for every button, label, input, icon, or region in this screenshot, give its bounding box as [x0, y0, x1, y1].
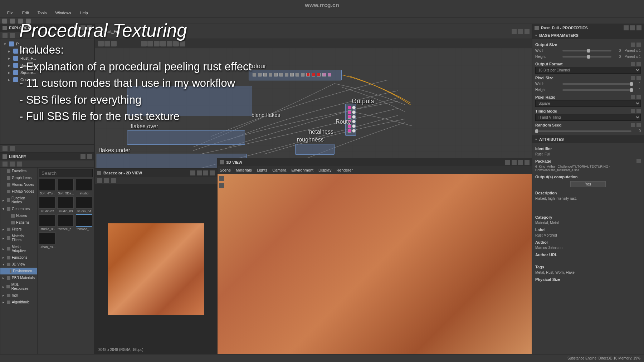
lib-item-environmen-[interactable]: Environmen... [0, 268, 37, 274]
tiling-mode-select[interactable]: H and V Tiling [535, 114, 641, 121]
thumb-studio[interactable] [76, 179, 92, 191]
rotate-icon[interactable] [167, 41, 172, 46]
lib-item-material-filters[interactable]: ▸Material Filters [0, 233, 37, 243]
lock-icon[interactable] [631, 109, 635, 113]
width-slider[interactable] [562, 50, 611, 51]
maximize-icon[interactable] [80, 154, 86, 159]
folder-icon[interactable] [636, 159, 641, 163]
folder-icon[interactable] [18, 19, 23, 24]
tree-item-rust-full[interactable]: ▸ Rust_Full [2, 48, 93, 55]
thumb-urban_ex...[interactable] [39, 232, 55, 244]
lib-item-algorithmic[interactable]: ▸Algorithmic [0, 299, 37, 306]
text-icon[interactable] [111, 41, 117, 46]
yes-button[interactable]: Yes [570, 181, 605, 187]
menu-tools[interactable]: Tools [33, 9, 51, 17]
lib-item--d-view[interactable]: ▾3D View [0, 261, 37, 268]
lib-item-favorites[interactable]: Favorites [0, 168, 37, 174]
maximize-icon[interactable] [630, 25, 635, 30]
tree-item-rust-f[interactable]: ▸ Rust_F... [2, 55, 93, 62]
frame-colour[interactable] [249, 70, 342, 80]
view2d-canvas[interactable]: 2048 x 2048 (RGBA, 16bpc) [95, 184, 217, 354]
lock-icon[interactable] [631, 62, 635, 66]
lib-item-functions[interactable]: ▸Functions [0, 254, 37, 261]
menu-windows[interactable]: Windows [51, 9, 75, 17]
menu3d-renderer[interactable]: Renderer [336, 168, 353, 172]
frame-blend[interactable] [127, 86, 252, 116]
thumb-terrace_n...[interactable] [57, 214, 74, 227]
split-icon[interactable] [197, 170, 202, 175]
lock-icon[interactable] [631, 43, 635, 47]
pin-icon[interactable] [624, 25, 629, 30]
close-icon[interactable] [525, 29, 530, 34]
lib-item-graph-items[interactable]: Graph Items [0, 174, 37, 181]
folder-icon[interactable] [3, 162, 8, 167]
lib-item-mesh-adaptive[interactable]: ▸Mesh Adaptive [0, 243, 37, 254]
refresh-explorer-icon[interactable] [10, 33, 15, 38]
menu3d-scene[interactable]: Scene [220, 168, 231, 172]
attributes-section[interactable]: ▾ ATTRIBUTES [532, 136, 644, 143]
align-icon[interactable] [141, 41, 147, 46]
pencil-icon[interactable] [17, 162, 22, 167]
pixel-ratio-select[interactable]: Square [535, 100, 641, 107]
reset-icon[interactable] [636, 109, 641, 113]
lib-item-mdl-resources[interactable]: ▸MDL Resources [0, 281, 37, 292]
save-icon[interactable] [97, 178, 102, 183]
tree-item-square[interactable]: ▸ Square... [2, 69, 93, 76]
close-icon[interactable] [87, 154, 92, 159]
reset-icon[interactable] [636, 43, 641, 47]
new-icon[interactable] [3, 33, 8, 38]
link-icon[interactable] [147, 41, 153, 46]
menu-edit[interactable]: Edit [18, 9, 33, 17]
pin-icon[interactable] [190, 170, 195, 175]
light-icon[interactable] [219, 183, 224, 188]
menu3d-materials[interactable]: Materials [236, 168, 252, 172]
reset-icon[interactable] [636, 123, 641, 127]
lib-item-fxmap-nodes[interactable]: FxMap Nodes [0, 188, 37, 195]
maximize-icon[interactable] [518, 29, 523, 34]
lib-item-filters[interactable]: ▸Filters [0, 226, 37, 233]
frame-roughness[interactable] [295, 144, 335, 155]
menu-file[interactable]: File [3, 9, 18, 17]
grid-icon[interactable] [180, 41, 185, 46]
maximize-icon[interactable] [518, 160, 523, 165]
lib-item-function-nodes[interactable]: ▸Function Nodes [0, 195, 37, 205]
thumb-Soft_5Da...[interactable] [57, 179, 74, 191]
thumb-tomoco_...[interactable] [76, 214, 92, 227]
crop-icon[interactable] [160, 41, 166, 46]
graph-canvas[interactable]: colour Outputs [95, 48, 532, 168]
info-icon[interactable] [3, 146, 8, 151]
refresh-icon[interactable] [10, 19, 15, 24]
maximize-icon[interactable] [203, 170, 208, 175]
lib-item-atomic-nodes[interactable]: Atomic Nodes [0, 181, 37, 188]
height-slider[interactable] [562, 56, 611, 58]
redo-icon[interactable] [104, 41, 110, 46]
link-icon[interactable] [111, 178, 116, 183]
thumb-studio 02[interactable] [39, 197, 55, 209]
pin-icon[interactable] [505, 160, 510, 165]
copy-icon[interactable] [104, 178, 109, 183]
lock-icon[interactable] [631, 123, 635, 127]
lib-item-noises[interactable]: Noises [0, 212, 37, 219]
menu3d-camera[interactable]: Camera [272, 168, 286, 172]
undo-icon[interactable] [98, 41, 104, 46]
split-icon[interactable] [512, 160, 517, 165]
pin-icon[interactable] [74, 25, 79, 30]
thumb-studio_05[interactable] [39, 214, 55, 227]
lib-item-generators[interactable]: ▾Generators [0, 205, 37, 212]
base-parameters-section[interactable]: ▾ BASE PARAMETERS [532, 32, 644, 39]
camera-icon[interactable] [219, 176, 224, 181]
menu3d-environment[interactable]: Environment [291, 168, 313, 172]
output-format-select[interactable]: 16 Bits per Channel [535, 67, 641, 74]
tree-item-package[interactable]: ▾ P... [2, 40, 93, 48]
close-icon[interactable] [87, 25, 92, 30]
frame-icon[interactable] [173, 41, 179, 46]
thumb-studio_04[interactable] [76, 197, 92, 209]
lib-item-mdl[interactable]: ▸mdl [0, 292, 37, 299]
seed-slider[interactable] [535, 130, 631, 132]
home-icon[interactable] [2, 19, 7, 24]
menu3d-lights[interactable]: Lights [257, 168, 267, 172]
save-icon[interactable] [26, 19, 31, 24]
reset-icon[interactable] [636, 76, 641, 80]
menu-help[interactable]: Help [75, 9, 92, 17]
frame-flakes-over[interactable] [127, 130, 245, 145]
